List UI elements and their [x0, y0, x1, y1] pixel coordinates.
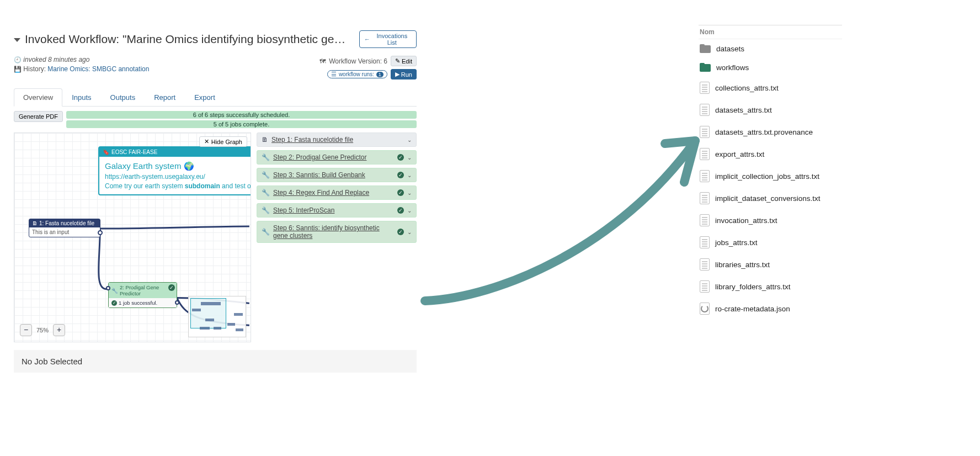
file-icon: 🗎	[32, 220, 38, 226]
check-icon: ✓	[397, 229, 404, 235]
tab-outputs[interactable]: Outputs	[101, 88, 145, 107]
wrench-icon: 🔧	[111, 288, 118, 294]
node-prodigal[interactable]: 🔧 2: Prodigal Gene Predictor ✓ ✓ 1 job s…	[108, 282, 177, 308]
invoked-ago: invoked 8 minutes ago	[23, 56, 89, 63]
file-name: invocation_attrs.txt	[715, 216, 777, 225]
node-input-title: 1: Fasta nucelotide file	[39, 220, 94, 226]
wrench-icon: 🔧	[262, 228, 270, 236]
check-icon: ✓	[397, 172, 404, 178]
minimap[interactable]	[188, 296, 246, 337]
history-link[interactable]: Marine Omics: SMBGC annotation	[47, 65, 149, 73]
check-icon: ✓	[397, 207, 404, 214]
step-link[interactable]: Step 3: Sanntis: Build Genbank	[273, 171, 365, 179]
zoom-level: 75%	[36, 327, 49, 333]
invocations-list-button[interactable]: ← Invocations List	[359, 30, 417, 48]
annotation-arrow	[419, 110, 706, 320]
input-port[interactable]	[106, 286, 110, 290]
node-input-fasta[interactable]: 🗎 1: Fasta nucelotide file This is an in…	[29, 219, 100, 237]
eosc-tag: EOSC FAIR-EASE	[111, 149, 157, 155]
list-icon: ☰	[331, 71, 337, 78]
workflow-version: Workflow Version: 6	[329, 57, 387, 65]
file-row[interactable]: datasets_attrs.txt	[699, 99, 842, 121]
step-link[interactable]: Step 4: Regex Find And Replace	[273, 189, 369, 197]
file-row[interactable]: ro-crate-metadata.json	[699, 298, 842, 320]
file-row[interactable]: invocation_attrs.txt	[699, 209, 842, 231]
steps-accordion: 🗎 Step 1: Fasta nucelotide file ⌄ 🔧 Step…	[257, 132, 417, 342]
eosc-link[interactable]: https://earth-system.usegalaxy.eu/	[105, 173, 251, 181]
chevron-down-icon: ⌄	[407, 172, 412, 178]
output-port[interactable]	[98, 230, 103, 235]
page-title: Invoked Workflow: "Marine Omics identify…	[25, 33, 351, 46]
file-listing-header[interactable]: Nom	[699, 25, 842, 39]
file-row[interactable]: datasets_attrs.txt.provenance	[699, 121, 842, 143]
file-icon: 🗎	[262, 136, 268, 144]
step-link[interactable]: Step 2: Prodigal Gene Predictor	[273, 153, 366, 161]
generate-pdf-button[interactable]: Generate PDF	[14, 111, 63, 122]
file-name: datasets_attrs.txt.provenance	[715, 128, 813, 136]
file-name: datasets_attrs.txt	[715, 106, 772, 114]
step-1[interactable]: 🗎 Step 1: Fasta nucelotide file ⌄	[257, 132, 417, 147]
file-row[interactable]: workflows	[699, 58, 842, 77]
wrench-icon: 🔧	[262, 153, 270, 161]
node-input-body: This is an input	[32, 229, 69, 235]
check-icon: ✓	[397, 189, 404, 196]
step-5[interactable]: 🔧 Step 5: InterProScan ✓⌄	[257, 203, 417, 218]
arrow-left-icon: ←	[364, 36, 370, 43]
zoom-in-button[interactable]: +	[53, 324, 65, 336]
file-name: library_folders_attrs.txt	[715, 283, 791, 291]
check-icon: ✓	[397, 154, 404, 161]
run-label: Run	[401, 71, 412, 78]
chevron-down-icon: ⌄	[407, 137, 412, 143]
progress-steps: 6 of 6 steps successfully scheduled.	[66, 111, 417, 119]
tab-report[interactable]: Report	[145, 88, 185, 107]
wrench-icon: 🔧	[262, 206, 270, 214]
file-row[interactable]: library_folders_attrs.txt	[699, 275, 842, 298]
file-row[interactable]: datasets	[699, 39, 842, 58]
edit-button[interactable]: ✎ Edit	[391, 56, 417, 66]
output-port[interactable]	[175, 300, 179, 305]
tab-export[interactable]: Export	[185, 88, 225, 107]
step-link[interactable]: Step 5: InterProScan	[273, 206, 334, 214]
invocations-list-label: Invocations List	[372, 33, 412, 46]
zoom-out-button[interactable]: −	[20, 324, 32, 336]
step-6[interactable]: 🔧 Step 6: Sanntis: identify biosynthetic…	[257, 221, 417, 243]
run-button[interactable]: ▶ Run	[391, 69, 417, 79]
step-3[interactable]: 🔧 Step 3: Sanntis: Build Genbank ✓⌄	[257, 168, 417, 182]
file-row[interactable]: libraries_attrs.txt	[699, 253, 842, 275]
chevron-down-icon: ⌄	[407, 190, 412, 196]
step-4[interactable]: 🔧 Step 4: Regex Find And Replace ✓⌄	[257, 185, 417, 200]
tab-overview[interactable]: Overview	[14, 88, 62, 107]
clock-icon: 🕘	[14, 56, 22, 63]
no-job-panel: No Job Selected	[14, 350, 417, 373]
workflow-runs-label: workflow runs:	[339, 71, 374, 77]
file-row[interactable]: export_attrs.txt	[699, 143, 842, 165]
node-prodigal-title: 2: Prodigal Gene Predictor	[120, 284, 174, 296]
pencil-icon: ✎	[395, 57, 400, 65]
hide-graph-button[interactable]: ✕ Hide Graph	[199, 136, 247, 147]
tab-inputs[interactable]: Inputs	[62, 88, 100, 107]
bookmark-icon: 🔖	[103, 149, 109, 155]
edit-label: Edit	[402, 58, 412, 65]
file-name: collections_attrs.txt	[715, 84, 779, 92]
wrench-icon: 🔧	[262, 189, 270, 197]
file-row[interactable]: implicit_collection_jobs_attrs.txt	[699, 165, 842, 187]
text-file-icon	[700, 82, 710, 94]
play-icon: ▶	[395, 71, 400, 78]
check-icon: ✓	[168, 284, 175, 291]
step-link[interactable]: Step 6: Sanntis: identify biosynthetic g…	[273, 224, 394, 240]
file-name: export_attrs.txt	[715, 150, 764, 158]
collapse-toggle[interactable]	[14, 38, 20, 42]
file-row[interactable]: implicit_dataset_conversions.txt	[699, 187, 842, 209]
step-link[interactable]: Step 1: Fasta nucelotide file	[271, 136, 353, 144]
file-row[interactable]: collections_attrs.txt	[699, 77, 842, 99]
workflow-runs-badge[interactable]: ☰ workflow runs: 1	[327, 70, 387, 78]
file-name: workflows	[716, 63, 749, 72]
step-2[interactable]: 🔧 Step 2: Prodigal Gene Predictor ✓⌄	[257, 150, 417, 165]
file-name: datasets	[716, 45, 744, 53]
workflow-graph[interactable]: ✕ Hide Graph 🔖 EOSC FAIR-EASE Galaxy Ear…	[14, 132, 251, 342]
file-row[interactable]: jobs_attrs.txt	[699, 231, 842, 253]
folder-icon	[700, 44, 711, 53]
file-name: implicit_dataset_conversions.txt	[715, 194, 821, 203]
file-listing: Nom datasetsworkflowscollections_attrs.t…	[699, 25, 842, 320]
check-icon: ✓	[111, 300, 117, 306]
